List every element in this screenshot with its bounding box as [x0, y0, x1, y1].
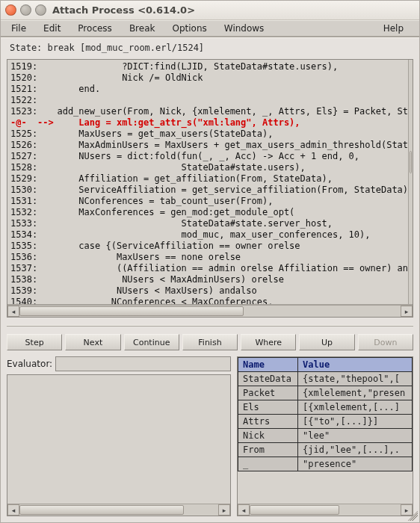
var-value: [{"to",[...]}] — [298, 415, 413, 429]
evaluator-pane: Evaluator: ◂ ▸ — [7, 356, 231, 516]
line-text: end. — [46, 84, 408, 95]
line-text: case {(ServiceAffiliation == owner orels… — [46, 241, 408, 252]
code-line[interactable]: 1528: StateData#state.users), — [10, 162, 408, 173]
var-name: Nick — [238, 429, 298, 443]
menu-help[interactable]: Help — [377, 22, 415, 35]
menu-break[interactable]: Break — [123, 22, 167, 35]
scrollbar-thumb[interactable] — [410, 151, 412, 173]
code-line[interactable]: 1526: MaxAdminUsers = MaxUsers + get_max… — [10, 140, 408, 151]
line-number: 1532: — [10, 207, 46, 218]
next-button[interactable]: Next — [65, 334, 120, 350]
resize-grip-icon[interactable] — [407, 510, 418, 521]
menu-edit[interactable]: Edit — [37, 22, 72, 35]
scroll-right-icon[interactable]: ▸ — [218, 504, 230, 516]
code-line[interactable]: 1532: MaxConferences = gen_mod:get_modul… — [10, 207, 408, 218]
scroll-left-icon[interactable]: ◂ — [7, 306, 19, 317]
variables-table: Name Value StateData{state,"thepool",[Pa… — [238, 357, 413, 471]
menu-windows[interactable]: Windows — [218, 22, 276, 35]
code-line[interactable]: 1530: ServiceAffiliation = get_service_a… — [10, 185, 408, 196]
line-number: 1534: — [10, 229, 46, 241]
code-line[interactable]: 1520: Nick /= OldNick — [10, 72, 408, 84]
line-number: 1520: — [10, 72, 46, 84]
evaluator-output: ◂ ▸ — [7, 374, 231, 516]
menu-file[interactable]: File — [5, 22, 37, 35]
var-name: Attrs — [238, 415, 298, 429]
line-text: MaxUsers = get_max_users(StateData), — [46, 129, 408, 140]
variables-hscrollbar[interactable]: ◂ ▸ — [238, 504, 413, 516]
menu-options[interactable]: Options — [166, 22, 217, 35]
line-text: NUsers = dict:fold(fun(_, _, Acc) -> Acc… — [46, 151, 408, 162]
var-value: {xmlelement,"presen — [298, 386, 413, 400]
code-line[interactable]: 1533: StateData#state.server_host, — [10, 218, 408, 229]
code-line[interactable]: 1519: ?DICT:find(LJID, StateData#state.u… — [10, 61, 408, 72]
scroll-left-icon[interactable]: ◂ — [7, 504, 19, 516]
window: Attach Process <0.614.0> File Edit Proce… — [0, 0, 420, 523]
table-row[interactable]: From{jid,"lee",[...],. — [238, 443, 413, 457]
line-text: ServiceAffiliation = get_service_affilia… — [46, 185, 408, 196]
code-line[interactable]: 1537: ((Affiliation == admin orelse Affi… — [10, 263, 408, 274]
close-icon[interactable] — [5, 4, 16, 16]
code-line[interactable]: 1527: NUsers = dict:fold(fun(_, _, Acc) … — [10, 151, 408, 162]
continue-button[interactable]: Continue — [124, 334, 179, 350]
scrollbar-thumb[interactable] — [250, 505, 339, 515]
up-button[interactable]: Up — [299, 334, 354, 350]
evaluator-hscrollbar[interactable]: ◂ ▸ — [7, 504, 230, 516]
line-text: Nick /= OldNick — [46, 72, 408, 84]
line-number: 1522: — [10, 95, 46, 106]
line-number: 1523: — [10, 106, 46, 117]
line-number: 1540: — [10, 297, 46, 305]
line-number: -@- --> — [10, 117, 46, 129]
where-button[interactable]: Where — [241, 334, 296, 350]
maximize-icon[interactable] — [35, 4, 46, 16]
code-line[interactable]: 1531: NConferences = tab_count_user(From… — [10, 196, 408, 207]
code-line[interactable]: 1525: MaxUsers = get_max_users(StateData… — [10, 129, 408, 140]
splitter[interactable] — [7, 322, 413, 329]
scrollbar-thumb[interactable] — [19, 306, 244, 316]
line-number: 1521: — [10, 84, 46, 95]
scrollbar-thumb[interactable] — [19, 505, 184, 515]
code-pane: 1519: ?DICT:find(LJID, StateData#state.u… — [7, 59, 413, 318]
variables-pane: Name Value StateData{state,"thepool",[Pa… — [237, 356, 413, 516]
code-lines[interactable]: 1519: ?DICT:find(LJID, StateData#state.u… — [7, 60, 408, 304]
line-number: 1538: — [10, 274, 46, 285]
line-text — [46, 95, 408, 106]
table-row[interactable]: Nick"lee" — [238, 429, 413, 443]
code-line[interactable]: 1539: NUsers < MaxUsers) andalso — [10, 285, 408, 297]
col-header-value[interactable]: Value — [298, 358, 413, 372]
finish-button[interactable]: Finish — [182, 334, 238, 350]
table-row[interactable]: Els[{xmlelement,[...] — [238, 400, 413, 415]
line-number: 1533: — [10, 218, 46, 229]
table-row[interactable]: Packet{xmlelement,"presen — [238, 386, 413, 400]
line-number: 1535: — [10, 241, 46, 252]
line-number: 1529: — [10, 173, 46, 185]
code-hscrollbar[interactable]: ◂ ▸ — [7, 305, 413, 317]
line-text: mod_muc, max_user_conferences, 10), — [46, 229, 408, 241]
line-number: 1519: — [10, 61, 46, 72]
code-line[interactable]: 1536: MaxUsers == none orelse — [10, 252, 408, 263]
var-name: From — [238, 443, 298, 457]
code-line[interactable]: 1523: add_new_user(From, Nick, {xmleleme… — [10, 106, 408, 117]
code-line[interactable]: 1540: NConferences < MaxConferences, — [10, 297, 408, 305]
col-header-name[interactable]: Name — [238, 358, 298, 372]
code-line[interactable]: 1522: — [10, 95, 408, 106]
menu-process[interactable]: Process — [72, 22, 123, 35]
table-row[interactable]: StateData{state,"thepool",[ — [238, 372, 413, 386]
scroll-left-icon[interactable]: ◂ — [238, 504, 250, 516]
code-line[interactable]: -@- --> Lang = xml:get_attr_s("xml:lang"… — [10, 117, 408, 129]
code-line[interactable]: 1538: NUsers < MaxAdminUsers) orelse — [10, 274, 408, 285]
minimize-icon[interactable] — [20, 4, 31, 16]
step-button[interactable]: Step — [7, 334, 62, 350]
line-text: Affiliation = get_affiliation(From, Stat… — [46, 173, 408, 185]
code-line[interactable]: 1529: Affiliation = get_affiliation(From… — [10, 173, 408, 185]
code-line[interactable]: 1534: mod_muc, max_user_conferences, 10)… — [10, 229, 408, 241]
table-row[interactable]: _"presence" — [238, 457, 413, 471]
scroll-right-icon[interactable]: ▸ — [401, 306, 413, 317]
code-vscrollbar[interactable] — [408, 60, 413, 304]
evaluator-input[interactable] — [55, 356, 231, 371]
line-text: add_new_user(From, Nick, {xmlelement, _,… — [46, 106, 408, 117]
table-row[interactable]: Attrs[{"to",[...]}] — [238, 415, 413, 429]
var-name: Packet — [238, 386, 298, 400]
code-line[interactable]: 1521: end. — [10, 84, 408, 95]
lower-panes: Evaluator: ◂ ▸ Name — [7, 356, 413, 516]
code-line[interactable]: 1535: case {(ServiceAffiliation == owner… — [10, 241, 408, 252]
